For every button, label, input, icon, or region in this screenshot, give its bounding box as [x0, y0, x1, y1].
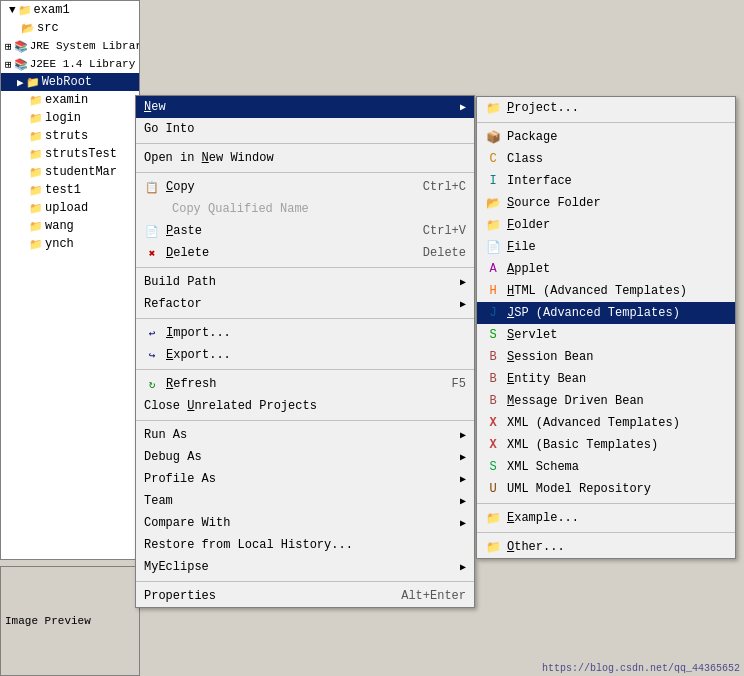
package-icon: 📦	[485, 130, 501, 145]
menu-item-run-as[interactable]: Run As ▶	[136, 424, 474, 446]
submenu-item-file[interactable]: 📄 File	[477, 236, 735, 258]
submenu-item-example[interactable]: 📁 Example...	[477, 507, 735, 529]
tree-item-login[interactable]: 📁 login	[1, 109, 139, 127]
submenu-item-class[interactable]: C Class	[477, 148, 735, 170]
tree-item-src[interactable]: 📂 src	[1, 19, 139, 37]
menu-item-new[interactable]: New ▶	[136, 96, 474, 118]
tree-item-jre[interactable]: ⊞ 📚 JRE System Library [jre1.5.0_05]	[1, 37, 139, 55]
submenu-label: Entity Bean	[507, 372, 586, 386]
submenu-item-folder[interactable]: 📁 Folder	[477, 214, 735, 236]
menu-label: Copy	[166, 180, 195, 194]
copy-icon: 📋	[144, 181, 160, 194]
submenu-item-session-bean[interactable]: B Session Bean	[477, 346, 735, 368]
submenu-label: UML Model Repository	[507, 482, 651, 496]
menu-item-go-into[interactable]: Go Into	[136, 118, 474, 140]
menu-item-team[interactable]: Team ▶	[136, 490, 474, 512]
interface-icon: I	[485, 174, 501, 188]
tree-item-exam1[interactable]: ▼ 📁 exam1	[1, 1, 139, 19]
submenu-item-entity-bean[interactable]: B Entity Bean	[477, 368, 735, 390]
menu-item-build-path[interactable]: Build Path ▶	[136, 271, 474, 293]
export-icon: ↪	[144, 349, 160, 362]
tree-item-j2ee[interactable]: ⊞ 📚 J2EE 1.4 Library Container	[1, 55, 139, 73]
menu-label: Debug As	[144, 450, 202, 464]
submenu-label: Message Driven Bean	[507, 394, 644, 408]
submenu-label: XML (Basic Templates)	[507, 438, 658, 452]
menu-label: Open in New Window	[144, 151, 274, 165]
submenu-arrow-icon: ▶	[460, 101, 466, 113]
submenu-item-html[interactable]: H HTML (Advanced Templates)	[477, 280, 735, 302]
menu-label: Close Unrelated Projects	[144, 399, 317, 413]
menu-item-debug-as[interactable]: Debug As ▶	[136, 446, 474, 468]
menu-item-properties[interactable]: Properties Alt+Enter	[136, 585, 474, 607]
import-icon: ↩	[144, 327, 160, 340]
watermark: https://blog.csdn.net/qq_44365652	[542, 663, 740, 674]
submenu-item-servlet[interactable]: S Servlet	[477, 324, 735, 346]
tree-item-test1[interactable]: 📁 test1	[1, 181, 139, 199]
menu-item-close-unrelated[interactable]: Close Unrelated Projects	[136, 395, 474, 417]
menu-label: Delete	[166, 246, 209, 260]
watermark-text: https://blog.csdn.net/qq_44365652	[542, 663, 740, 674]
tree-item-webroot[interactable]: ▶ 📁 WebRoot	[1, 73, 139, 91]
tree-item-struts[interactable]: 📁 struts	[1, 127, 139, 145]
submenu-item-project[interactable]: 📁 Project...	[477, 97, 735, 119]
submenu-arrow-icon: ▶	[460, 429, 466, 441]
menu-item-myeclipse[interactable]: MyEclipse ▶	[136, 556, 474, 578]
submenu-new: 📁 Project... 📦 Package C Class I Interfa…	[476, 96, 736, 559]
submenu-item-interface[interactable]: I Interface	[477, 170, 735, 192]
menu-item-refactor[interactable]: Refactor ▶	[136, 293, 474, 315]
submenu-label: Package	[507, 130, 557, 144]
submenu-item-jsp[interactable]: J JSP (Advanced Templates)	[477, 302, 735, 324]
menu-item-copy-qualified: Copy Qualified Name	[136, 198, 474, 220]
tree-label: struts	[45, 129, 88, 143]
folder-icon: 📂	[21, 22, 35, 35]
tree-item-strutstest[interactable]: 📁 strutsTest	[1, 145, 139, 163]
tree-item-wang[interactable]: 📁 wang	[1, 217, 139, 235]
submenu-item-applet[interactable]: A Applet	[477, 258, 735, 280]
tree-label: J2EE 1.4 Library Container	[30, 58, 140, 70]
tree-label: src	[37, 21, 59, 35]
tree-label: exam1	[34, 3, 70, 17]
submenu-item-other[interactable]: 📁 Other...	[477, 536, 735, 558]
menu-item-export[interactable]: ↪ Export...	[136, 344, 474, 366]
menu-item-open-new-window[interactable]: Open in New Window	[136, 147, 474, 169]
menu-item-profile-as[interactable]: Profile As ▶	[136, 468, 474, 490]
submenu-item-message-driven-bean[interactable]: B Message Driven Bean	[477, 390, 735, 412]
submenu-item-xml-basic[interactable]: X XML (Basic Templates)	[477, 434, 735, 456]
folder-icon: 📁	[26, 76, 40, 89]
submenu-item-xml-schema[interactable]: S XML Schema	[477, 456, 735, 478]
tree-item-ynch[interactable]: 📁 ynch	[1, 235, 139, 253]
submenu-label: Servlet	[507, 328, 557, 342]
tree-label: examin	[45, 93, 88, 107]
submenu-label: Folder	[507, 218, 550, 232]
menu-item-copy[interactable]: 📋 Copy Ctrl+C	[136, 176, 474, 198]
tree-item-upload[interactable]: 📁 upload	[1, 199, 139, 217]
applet-icon: A	[485, 262, 501, 276]
shortcut-label: Ctrl+V	[423, 224, 466, 238]
submenu-label: Source Folder	[507, 196, 601, 210]
submenu-item-uml-model[interactable]: U UML Model Repository	[477, 478, 735, 500]
example-icon: 📁	[485, 511, 501, 526]
menu-item-paste[interactable]: 📄 Paste Ctrl+V	[136, 220, 474, 242]
submenu-label: Class	[507, 152, 543, 166]
menu-label: Restore from Local History...	[144, 538, 353, 552]
menu-separator	[136, 369, 474, 370]
submenu-item-source-folder[interactable]: 📂 Source Folder	[477, 192, 735, 214]
submenu-item-package[interactable]: 📦 Package	[477, 126, 735, 148]
submenu-arrow-icon: ▶	[460, 451, 466, 463]
tree-label: ynch	[45, 237, 74, 251]
submenu-item-xml-advanced[interactable]: X XML (Advanced Templates)	[477, 412, 735, 434]
menu-label: MyEclipse	[144, 560, 209, 574]
folder-icon: 📁	[29, 166, 43, 179]
menu-label: Profile As	[144, 472, 216, 486]
submenu-label: File	[507, 240, 536, 254]
submenu-label: Interface	[507, 174, 572, 188]
tree-item-examin[interactable]: 📁 examin	[1, 91, 139, 109]
menu-item-restore-history[interactable]: Restore from Local History...	[136, 534, 474, 556]
submenu-label: Session Bean	[507, 350, 593, 364]
tree-item-studentmar[interactable]: 📁 studentMar	[1, 163, 139, 181]
tree-panel: ▼ 📁 exam1 📂 src ⊞ 📚 JRE System Library […	[0, 0, 140, 560]
menu-item-refresh[interactable]: ↻ Refresh F5	[136, 373, 474, 395]
menu-item-import[interactable]: ↩ Import...	[136, 322, 474, 344]
menu-item-delete[interactable]: ✖ Delete Delete	[136, 242, 474, 264]
menu-item-compare-with[interactable]: Compare With ▶	[136, 512, 474, 534]
